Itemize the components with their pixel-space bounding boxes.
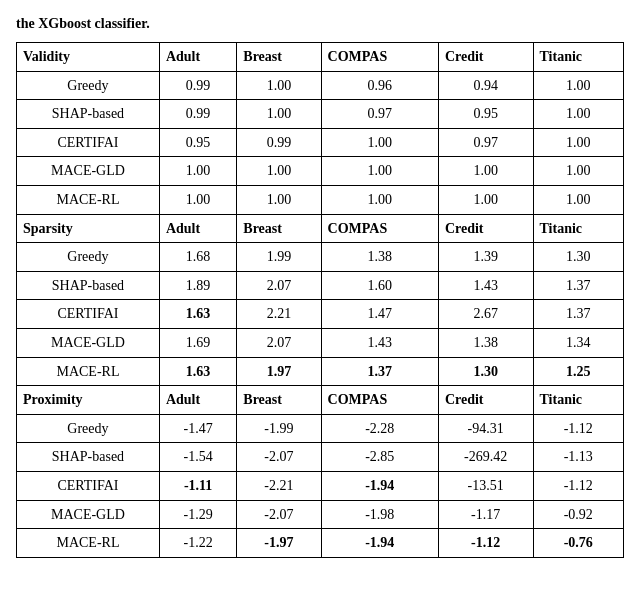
data-cell-2-0-3: -94.31 xyxy=(438,414,533,443)
data-cell-1-1-1: 2.07 xyxy=(237,271,321,300)
data-cell-2-1-0: -1.54 xyxy=(159,443,236,472)
data-cell-1-1-4: 1.37 xyxy=(533,271,624,300)
data-cell-0-1-2: 0.97 xyxy=(321,100,438,129)
data-cell-1-0-4: 1.30 xyxy=(533,243,624,272)
data-cell-2-4-4: -0.76 xyxy=(533,529,624,558)
data-cell-1-0-0: 1.68 xyxy=(159,243,236,272)
data-cell-2-3-1: -2.07 xyxy=(237,500,321,529)
data-cell-1-0-3: 1.39 xyxy=(438,243,533,272)
data-cell-1-0-2: 1.38 xyxy=(321,243,438,272)
col-header-0-2: COMPAS xyxy=(321,43,438,72)
col-header-2-0: Adult xyxy=(159,386,236,415)
data-cell-0-4-4: 1.00 xyxy=(533,185,624,214)
data-cell-1-3-4: 1.34 xyxy=(533,328,624,357)
data-cell-2-2-3: -13.51 xyxy=(438,471,533,500)
data-cell-0-3-0: 1.00 xyxy=(159,157,236,186)
data-cell-2-3-4: -0.92 xyxy=(533,500,624,529)
data-cell-0-1-0: 0.99 xyxy=(159,100,236,129)
col-header-0-0: Adult xyxy=(159,43,236,72)
method-cell-0-3: MACE-GLD xyxy=(17,157,160,186)
data-cell-1-3-3: 1.38 xyxy=(438,328,533,357)
data-cell-2-2-0: -1.11 xyxy=(159,471,236,500)
data-cell-0-4-3: 1.00 xyxy=(438,185,533,214)
data-cell-0-0-3: 0.94 xyxy=(438,71,533,100)
data-cell-0-0-2: 0.96 xyxy=(321,71,438,100)
col-header-2-4: Titanic xyxy=(533,386,624,415)
data-cell-0-4-2: 1.00 xyxy=(321,185,438,214)
data-cell-0-1-3: 0.95 xyxy=(438,100,533,129)
method-cell-1-2: CERTIFAI xyxy=(17,300,160,329)
data-cell-0-3-2: 1.00 xyxy=(321,157,438,186)
data-cell-2-1-2: -2.85 xyxy=(321,443,438,472)
method-cell-0-4: MACE-RL xyxy=(17,185,160,214)
data-cell-0-0-1: 1.00 xyxy=(237,71,321,100)
data-cell-1-4-0: 1.63 xyxy=(159,357,236,386)
method-cell-1-4: MACE-RL xyxy=(17,357,160,386)
data-cell-2-0-4: -1.12 xyxy=(533,414,624,443)
data-cell-1-1-3: 1.43 xyxy=(438,271,533,300)
section-header-2: Proximity xyxy=(17,386,160,415)
data-cell-2-2-2: -1.94 xyxy=(321,471,438,500)
col-header-2-1: Breast xyxy=(237,386,321,415)
data-cell-2-1-1: -2.07 xyxy=(237,443,321,472)
data-cell-1-3-1: 2.07 xyxy=(237,328,321,357)
data-cell-2-0-1: -1.99 xyxy=(237,414,321,443)
data-cell-0-3-4: 1.00 xyxy=(533,157,624,186)
col-header-0-4: Titanic xyxy=(533,43,624,72)
data-cell-2-3-0: -1.29 xyxy=(159,500,236,529)
method-cell-0-1: SHAP-based xyxy=(17,100,160,129)
data-cell-0-2-0: 0.95 xyxy=(159,128,236,157)
data-cell-1-1-0: 1.89 xyxy=(159,271,236,300)
data-cell-1-4-2: 1.37 xyxy=(321,357,438,386)
col-header-1-0: Adult xyxy=(159,214,236,243)
data-cell-2-1-3: -269.42 xyxy=(438,443,533,472)
method-cell-0-2: CERTIFAI xyxy=(17,128,160,157)
data-cell-1-4-3: 1.30 xyxy=(438,357,533,386)
col-header-1-1: Breast xyxy=(237,214,321,243)
data-cell-0-3-1: 1.00 xyxy=(237,157,321,186)
data-cell-2-2-4: -1.12 xyxy=(533,471,624,500)
col-header-0-1: Breast xyxy=(237,43,321,72)
method-cell-1-0: Greedy xyxy=(17,243,160,272)
col-header-0-3: Credit xyxy=(438,43,533,72)
results-table: const data = JSON.parse(document.getElem… xyxy=(16,42,624,558)
data-cell-0-1-1: 1.00 xyxy=(237,100,321,129)
col-header-2-3: Credit xyxy=(438,386,533,415)
data-cell-2-4-2: -1.94 xyxy=(321,529,438,558)
col-header-2-2: COMPAS xyxy=(321,386,438,415)
data-cell-1-2-1: 2.21 xyxy=(237,300,321,329)
data-cell-1-3-0: 1.69 xyxy=(159,328,236,357)
data-cell-1-4-4: 1.25 xyxy=(533,357,624,386)
data-cell-0-0-0: 0.99 xyxy=(159,71,236,100)
data-cell-0-2-2: 1.00 xyxy=(321,128,438,157)
method-cell-2-2: CERTIFAI xyxy=(17,471,160,500)
data-cell-2-0-0: -1.47 xyxy=(159,414,236,443)
col-header-1-3: Credit xyxy=(438,214,533,243)
data-cell-1-4-1: 1.97 xyxy=(237,357,321,386)
page-title: the XGboost classifier. xyxy=(16,16,624,32)
data-cell-1-2-4: 1.37 xyxy=(533,300,624,329)
data-cell-0-0-4: 1.00 xyxy=(533,71,624,100)
data-cell-2-3-2: -1.98 xyxy=(321,500,438,529)
data-cell-0-4-0: 1.00 xyxy=(159,185,236,214)
method-cell-2-3: MACE-GLD xyxy=(17,500,160,529)
data-cell-0-2-4: 1.00 xyxy=(533,128,624,157)
data-cell-2-1-4: -1.13 xyxy=(533,443,624,472)
section-header-0: Validity xyxy=(17,43,160,72)
method-cell-2-4: MACE-RL xyxy=(17,529,160,558)
data-cell-1-0-1: 1.99 xyxy=(237,243,321,272)
data-cell-1-1-2: 1.60 xyxy=(321,271,438,300)
method-cell-0-0: Greedy xyxy=(17,71,160,100)
method-cell-2-0: Greedy xyxy=(17,414,160,443)
method-cell-1-3: MACE-GLD xyxy=(17,328,160,357)
data-cell-2-4-1: -1.97 xyxy=(237,529,321,558)
method-cell-1-1: SHAP-based xyxy=(17,271,160,300)
data-cell-0-1-4: 1.00 xyxy=(533,100,624,129)
data-cell-2-0-2: -2.28 xyxy=(321,414,438,443)
data-cell-1-3-2: 1.43 xyxy=(321,328,438,357)
data-cell-2-2-1: -2.21 xyxy=(237,471,321,500)
col-header-1-2: COMPAS xyxy=(321,214,438,243)
data-cell-2-3-3: -1.17 xyxy=(438,500,533,529)
data-cell-0-2-1: 0.99 xyxy=(237,128,321,157)
data-cell-0-3-3: 1.00 xyxy=(438,157,533,186)
